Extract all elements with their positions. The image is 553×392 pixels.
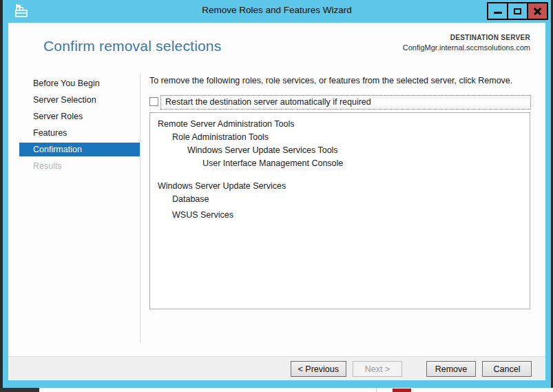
instruction-text: To remove the following roles, role serv…: [149, 76, 512, 85]
window-controls: [488, 2, 548, 20]
confirmation-pane: To remove the following roles, role serv…: [149, 72, 545, 356]
removal-selections-list: Remote Server Administration Tools Role …: [149, 112, 530, 309]
restart-checkbox-label[interactable]: Restart the destination server automatic…: [160, 95, 531, 110]
desktop-red-segment: [393, 389, 411, 392]
list-item: Windows Server Update Services Tools: [150, 144, 530, 157]
close-button[interactable]: [527, 2, 548, 20]
list-item: Remote Server Administration Tools: [150, 118, 530, 131]
remove-button[interactable]: Remove: [426, 361, 476, 377]
wizard-steps-nav: Before You Begin Server Selection Server…: [8, 76, 140, 176]
wizard-window: Remove Roles and Features Wizard Confirm…: [3, 0, 551, 388]
wizard-buttons: < Previous Next > Remove Cancel: [291, 361, 532, 377]
desktop-divider: [376, 388, 377, 392]
list-item: Windows Server Update Services: [150, 180, 530, 193]
nav-item-server-selection[interactable]: Server Selection: [8, 93, 140, 107]
titlebar[interactable]: Remove Roles and Features Wizard: [3, 0, 551, 23]
destination-server-block: DESTINATION SERVER ConfigMgr.internal.sc…: [403, 34, 530, 52]
restart-option-row: Restart the destination server automatic…: [149, 95, 531, 110]
window-title: Remove Roles and Features Wizard: [3, 5, 551, 15]
destination-server-label: DESTINATION SERVER: [403, 34, 530, 41]
list-item: WSUS Services: [150, 209, 530, 222]
desktop-background-sliver: [0, 388, 553, 392]
nav-item-before-you-begin[interactable]: Before You Begin: [8, 76, 140, 90]
minimize-icon: [494, 12, 502, 14]
destination-server-name: ConfigMgr.internal.sccmsolutions.com: [403, 43, 530, 52]
list-item: User Interface Management Console: [150, 157, 530, 170]
next-button: Next >: [353, 361, 402, 377]
desktop-divider: [413, 388, 414, 392]
desktop-dark-segment: [0, 388, 39, 392]
nav-item-server-roles[interactable]: Server Roles: [8, 110, 140, 123]
wizard-client-area: Confirm removal selections DESTINATION S…: [8, 23, 545, 380]
maximize-button[interactable]: [507, 2, 528, 20]
maximize-icon: [514, 8, 521, 14]
sidebar-separator: [140, 74, 140, 342]
previous-button[interactable]: < Previous: [291, 361, 346, 377]
list-item: Role Administration Tools: [150, 131, 530, 144]
nav-item-confirmation[interactable]: Confirmation: [19, 143, 140, 156]
page-title: Confirm removal selections: [43, 38, 221, 54]
cancel-button[interactable]: Cancel: [482, 361, 532, 377]
minimize-button[interactable]: [487, 2, 508, 20]
list-item: Database: [150, 193, 530, 206]
button-band: < Previous Next > Remove Cancel: [8, 356, 545, 380]
restart-checkbox[interactable]: [149, 97, 158, 106]
nav-item-features[interactable]: Features: [8, 126, 140, 140]
nav-item-results: Results: [8, 159, 140, 173]
